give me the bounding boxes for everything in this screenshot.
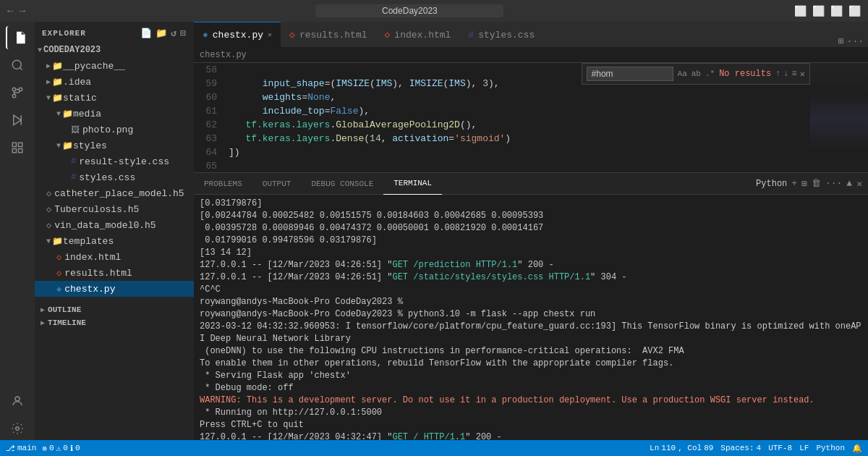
activity-files[interactable] — [6, 26, 29, 49]
tree-templates[interactable]: ▼ 📁 templates — [35, 233, 194, 249]
find-close-icon[interactable]: ✕ — [800, 69, 805, 80]
term-line-7: 127.0.0.1 -- [12/Mar/2023 04:26:51] "GET… — [200, 271, 862, 284]
collapse-icon[interactable]: ⊟ — [180, 28, 187, 39]
layout-icon-3[interactable]: ⬜ — [830, 5, 843, 17]
tree-root[interactable]: ▼ CODEDAY2023 — [35, 42, 194, 58]
result-style-label: result-style.css — [79, 156, 169, 167]
activity-accounts[interactable] — [6, 389, 29, 413]
pycache-icon: 📁 — [52, 61, 63, 72]
tree-static[interactable]: ▼ 📁 static — [35, 90, 194, 106]
match-case-icon[interactable]: Aa — [678, 69, 687, 78]
results-icon: ◇ — [56, 268, 61, 279]
tree-result-style[interactable]: # result-style.css — [35, 153, 194, 169]
close-panel-icon[interactable]: ✕ — [856, 178, 862, 190]
notifications-item[interactable]: 🔔 — [852, 444, 862, 453]
timeline-header[interactable]: ▶ TIMELINE — [35, 316, 194, 329]
term-line-10: roywang@andys-MacBook-Pro CodeDay2023 % … — [200, 308, 862, 321]
tree-chestx[interactable]: ◆ chestx.py — [35, 281, 194, 297]
panel: PROBLEMS OUTPUT DEBUG CONSOLE TERMINAL P… — [194, 172, 868, 440]
templates-label: templates — [63, 236, 114, 247]
editor-split: Aa ab .* No results ↑ ↓ ≡ ✕ 58 59 — [194, 63, 868, 172]
tab-results-icon: ◇ — [289, 29, 295, 41]
sidebar-content: ▼ CODEDAY2023 ▶ 📁 __pycache__ ▶ 📁 .idea … — [35, 42, 194, 440]
term-line-14: * Serving Flask app 'chestx' — [200, 370, 862, 382]
encoding-item[interactable]: UTF-8 — [768, 444, 792, 452]
spaces-item[interactable]: Spaces: 4 — [720, 444, 761, 452]
add-terminal-icon[interactable]: + — [791, 178, 797, 189]
index-label: index.html — [64, 252, 121, 263]
tab-results[interactable]: ◇ results.html — [281, 22, 375, 47]
word-icon[interactable]: ab — [692, 69, 701, 78]
split-editor-icon[interactable]: ⊞ — [838, 35, 844, 47]
activity-settings[interactable] — [6, 417, 29, 440]
editor-tabs: ● chestx.py ✕ ◇ results.html ◇ index.htm… — [194, 22, 868, 47]
errors-item[interactable]: ⊗ 0 ⚠ 0 ℹ 0 — [42, 444, 80, 453]
ln-col-item[interactable]: Ln 110 , Col 89 — [650, 444, 713, 452]
tab-output[interactable]: OUTPUT — [252, 173, 302, 195]
prev-match-icon[interactable]: ↑ — [775, 69, 780, 79]
idea-arrow: ▶ — [46, 77, 51, 86]
back-icon[interactable]: ← — [7, 5, 13, 17]
panel-tabs: PROBLEMS OUTPUT DEBUG CONSOLE TERMINAL P… — [194, 173, 868, 195]
errors-count: 0 — [49, 444, 54, 452]
tree-index[interactable]: ◇ index.html — [35, 249, 194, 265]
new-file-icon[interactable]: 📄 — [140, 28, 153, 39]
svg-line-1 — [20, 67, 22, 69]
timeline-label: TIMELINE — [48, 318, 86, 327]
tab-debug-console[interactable]: DEBUG CONSOLE — [301, 173, 383, 195]
new-folder-icon[interactable]: 📁 — [156, 28, 168, 39]
language-item[interactable]: Python — [816, 444, 845, 452]
tree-styles-folder[interactable]: ▼ 📁 styles — [35, 138, 194, 153]
next-match-icon[interactable]: ↓ — [783, 69, 788, 79]
search-input[interactable] — [315, 4, 503, 17]
forward-icon[interactable]: → — [19, 5, 25, 17]
tree-catheter[interactable]: ◇ catheter_place_model.h5 — [35, 185, 194, 201]
tree-idea[interactable]: ▶ 📁 .idea — [35, 74, 194, 90]
outline-header[interactable]: ▶ OUTLINE — [35, 303, 194, 316]
layout-icon-2[interactable]: ⬜ — [812, 5, 825, 17]
catheter-label: catheter_place_model.h5 — [54, 188, 184, 199]
refresh-icon[interactable]: ↺ — [171, 28, 177, 39]
layout-icon-1[interactable]: ⬜ — [794, 5, 807, 17]
activity-search[interactable] — [6, 54, 29, 77]
split-terminal-icon[interactable]: ⊞ — [801, 178, 807, 190]
sidebar-header-icons: 📄 📁 ↺ ⊟ — [140, 28, 187, 39]
terminal-more-icon[interactable]: ··· — [825, 178, 842, 189]
tree-vin[interactable]: ◇ vin_data_model0.h5 — [35, 217, 194, 233]
status-right: Ln 110 , Col 89 Spaces: 4 UTF-8 LF Pytho… — [650, 444, 862, 453]
activity-source-control[interactable] — [6, 81, 29, 104]
tree-media[interactable]: ▼ 📁 media — [35, 106, 194, 122]
tab-terminal[interactable]: TERMINAL — [383, 173, 442, 195]
svg-point-0 — [12, 60, 21, 69]
explorer-label: Explorer — [42, 29, 86, 38]
tree-styles-css[interactable]: # styles.css — [35, 169, 194, 185]
sidebar: Explorer 📄 📁 ↺ ⊟ ▼ CODEDAY2023 ▶ 📁 __pyc… — [35, 22, 194, 440]
regex-icon[interactable]: .* — [705, 69, 715, 78]
tree-photo[interactable]: 🖼 photo.png — [35, 122, 194, 138]
activity-extensions[interactable] — [6, 136, 29, 159]
code-editor[interactable]: Aa ab .* No results ↑ ↓ ≡ ✕ 58 59 — [194, 63, 810, 172]
maximize-panel-icon[interactable]: ▲ — [846, 178, 852, 189]
tree-tb[interactable]: ◇ Tuberculosis.h5 — [35, 201, 194, 217]
git-branch[interactable]: ⎇ main — [6, 444, 36, 453]
tab-styles[interactable]: # styles.css — [459, 22, 543, 47]
activity-run[interactable] — [6, 109, 29, 132]
tab-chestx-close[interactable]: ✕ — [268, 30, 272, 39]
tree-pycache[interactable]: ▶ 📁 __pycache__ — [35, 58, 194, 74]
tab-index[interactable]: ◇ index.html — [376, 22, 460, 47]
tab-chestx[interactable]: ● chestx.py ✕ — [194, 22, 281, 47]
tab-problems[interactable]: PROBLEMS — [194, 173, 252, 195]
tree-results[interactable]: ◇ results.html — [35, 265, 194, 281]
find-input[interactable] — [587, 67, 673, 81]
kill-terminal-icon[interactable]: 🗑 — [812, 178, 821, 189]
editor-area: ● chestx.py ✕ ◇ results.html ◇ index.htm… — [194, 22, 868, 440]
svg-rect-8 — [19, 143, 22, 146]
line-ending-item[interactable]: LF — [799, 444, 809, 452]
minimap — [810, 63, 868, 172]
layout-icon-4[interactable]: ⬜ — [848, 5, 861, 17]
spaces-label: Spaces: — [720, 444, 754, 452]
find-list-icon[interactable]: ≡ — [792, 69, 797, 79]
more-tabs-icon[interactable]: ··· — [847, 36, 864, 47]
term-line-17: Press CTRL+C to quit — [200, 419, 862, 431]
terminal-content[interactable]: [0.03179876] [0.00244784 0.00025482 0.00… — [194, 195, 868, 440]
